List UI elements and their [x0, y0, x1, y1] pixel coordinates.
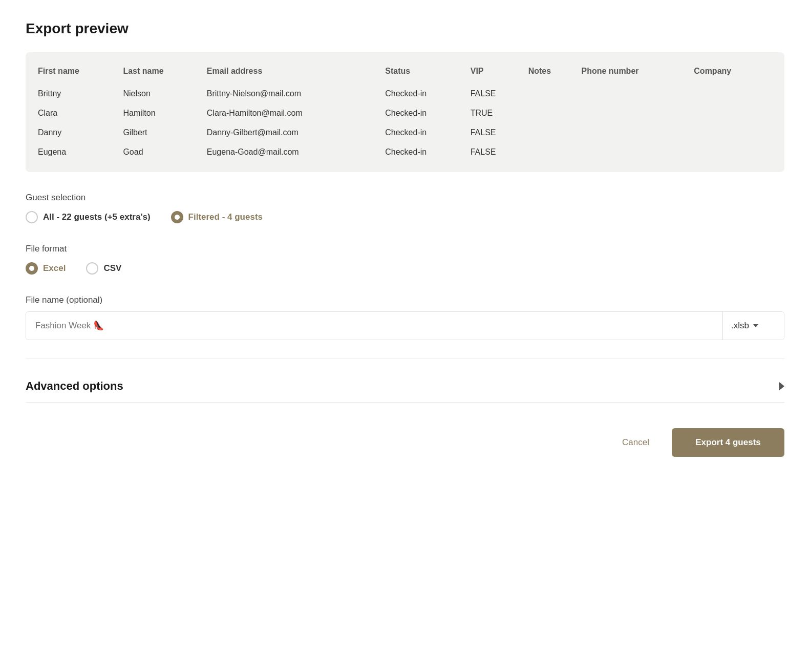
- table-row: BrittnyNielsonBrittny-Nielson@mail.comCh…: [38, 84, 772, 103]
- cell-2-6: [582, 123, 694, 142]
- col-notes: Notes: [528, 62, 582, 84]
- divider: [26, 359, 784, 359]
- cell-1-1: Hamilton: [123, 103, 206, 123]
- page-title: Export preview: [26, 20, 784, 37]
- radio-label-excel: Excel: [43, 263, 66, 274]
- radio-option-excel[interactable]: Excel: [26, 262, 66, 275]
- cell-1-6: [582, 103, 694, 123]
- advanced-options-row[interactable]: Advanced options: [26, 374, 784, 398]
- cell-1-3: Checked-in: [385, 103, 470, 123]
- radio-option-filtered[interactable]: Filtered - 4 guests: [171, 211, 263, 223]
- cell-0-6: [582, 84, 694, 103]
- cell-0-4: FALSE: [471, 84, 528, 103]
- action-buttons: Cancel Export 4 guests: [26, 423, 784, 457]
- cell-0-0: Brittny: [38, 84, 123, 103]
- cell-0-7: [694, 84, 772, 103]
- file-name-input[interactable]: [26, 312, 722, 340]
- cell-2-0: Danny: [38, 123, 123, 142]
- cell-2-3: Checked-in: [385, 123, 470, 142]
- col-phone: Phone number: [582, 62, 694, 84]
- file-format-label: File format: [26, 244, 784, 254]
- table-row: ClaraHamiltonClara-Hamilton@mail.comChec…: [38, 103, 772, 123]
- cell-1-2: Clara-Hamilton@mail.com: [207, 103, 385, 123]
- cell-3-7: [694, 142, 772, 162]
- radio-label-all: All - 22 guests (+5 extra's): [43, 212, 151, 222]
- cell-2-4: FALSE: [471, 123, 528, 142]
- cell-1-5: [528, 103, 582, 123]
- guest-selection-label: Guest selection: [26, 193, 784, 203]
- radio-option-all[interactable]: All - 22 guests (+5 extra's): [26, 211, 151, 223]
- col-status: Status: [385, 62, 470, 84]
- radio-circle-all: [26, 211, 38, 223]
- bottom-divider: [26, 402, 784, 403]
- cell-0-2: Brittny-Nielson@mail.com: [207, 84, 385, 103]
- table-header-row: First name Last name Email address Statu…: [38, 62, 772, 84]
- guest-selection-radio-group: All - 22 guests (+5 extra's) Filtered - …: [26, 211, 784, 223]
- col-last-name: Last name: [123, 62, 206, 84]
- preview-table-container: First name Last name Email address Statu…: [26, 52, 784, 172]
- file-name-section: File name (optional) .xlsb: [26, 295, 784, 340]
- cell-2-2: Danny-Gilbert@mail.com: [207, 123, 385, 142]
- cell-0-1: Nielson: [123, 84, 206, 103]
- cell-3-4: FALSE: [471, 142, 528, 162]
- radio-label-csv: CSV: [103, 263, 121, 274]
- file-format-section: File format Excel CSV: [26, 244, 784, 275]
- cell-3-6: [582, 142, 694, 162]
- radio-option-csv[interactable]: CSV: [86, 262, 121, 275]
- cell-2-1: Gilbert: [123, 123, 206, 142]
- cell-3-5: [528, 142, 582, 162]
- cell-2-7: [694, 123, 772, 142]
- table-row: DannyGilbertDanny-Gilbert@mail.comChecke…: [38, 123, 772, 142]
- cell-0-5: [528, 84, 582, 103]
- cell-1-7: [694, 103, 772, 123]
- chevron-right-icon: [779, 382, 784, 390]
- radio-circle-csv: [86, 262, 98, 275]
- file-format-radio-group: Excel CSV: [26, 262, 784, 275]
- col-vip: VIP: [471, 62, 528, 84]
- radio-circle-filtered: [171, 211, 183, 223]
- cell-3-0: Eugena: [38, 142, 123, 162]
- cell-1-0: Clara: [38, 103, 123, 123]
- advanced-options-label: Advanced options: [26, 380, 123, 393]
- export-button[interactable]: Export 4 guests: [672, 428, 784, 457]
- cancel-button[interactable]: Cancel: [612, 430, 659, 455]
- preview-table: First name Last name Email address Statu…: [38, 62, 772, 162]
- file-ext-wrapper[interactable]: .xlsb: [722, 312, 784, 340]
- cell-0-3: Checked-in: [385, 84, 470, 103]
- guest-selection-section: Guest selection All - 22 guests (+5 extr…: [26, 193, 784, 223]
- col-company: Company: [694, 62, 772, 84]
- col-first-name: First name: [38, 62, 123, 84]
- cell-3-2: Eugena-Goad@mail.com: [207, 142, 385, 162]
- col-email: Email address: [207, 62, 385, 84]
- chevron-down-icon: [753, 324, 758, 327]
- cell-3-1: Goad: [123, 142, 206, 162]
- file-name-label: File name (optional): [26, 295, 784, 305]
- radio-label-filtered: Filtered - 4 guests: [188, 212, 263, 222]
- cell-3-3: Checked-in: [385, 142, 470, 162]
- file-name-row: .xlsb: [26, 311, 784, 340]
- file-ext-label: .xlsb: [731, 321, 749, 331]
- radio-circle-excel: [26, 262, 38, 275]
- table-row: EugenaGoadEugena-Goad@mail.comChecked-in…: [38, 142, 772, 162]
- cell-2-5: [528, 123, 582, 142]
- cell-1-4: TRUE: [471, 103, 528, 123]
